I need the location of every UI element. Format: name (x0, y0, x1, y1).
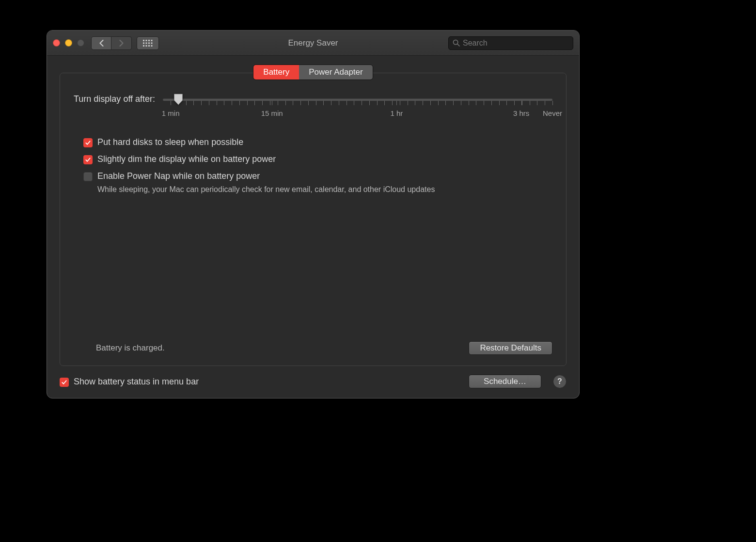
nav-buttons (91, 36, 132, 50)
tab-battery[interactable]: Battery (253, 65, 299, 80)
svg-line-13 (457, 44, 459, 46)
tick-label-15min: 15 min (261, 109, 283, 117)
svg-rect-7 (151, 42, 153, 44)
power-nap-row: Enable Power Nap while on battery power (83, 171, 552, 181)
show-battery-status-label: Show battery status in menu bar (74, 377, 199, 387)
close-window-button[interactable] (53, 39, 60, 47)
dim-display-label: Slightly dim the display while on batter… (97, 154, 276, 164)
dim-display-checkbox[interactable] (83, 155, 93, 164)
svg-rect-2 (148, 40, 150, 41)
tab-bar: Battery Power Adapter (60, 64, 567, 80)
search-field-wrap[interactable] (448, 36, 573, 50)
hard-disks-sleep-checkbox[interactable] (83, 138, 93, 147)
help-button[interactable]: ? (553, 375, 567, 388)
svg-rect-8 (143, 45, 144, 47)
svg-rect-6 (148, 42, 150, 44)
schedule-button[interactable]: Schedule… (469, 375, 541, 388)
slider-knob[interactable] (174, 94, 183, 105)
power-nap-description: While sleeping, your Mac can periodicall… (97, 185, 552, 194)
power-nap-label: Enable Power Nap while on battery power (97, 171, 260, 181)
minimize-window-button[interactable] (65, 39, 72, 47)
power-nap-checkbox[interactable] (83, 172, 93, 181)
search-input[interactable] (463, 39, 569, 48)
svg-rect-1 (146, 40, 147, 41)
hard-disks-sleep-label: Put hard disks to sleep when possible (97, 137, 243, 147)
checkmark-icon (85, 157, 91, 163)
show-battery-status-checkbox[interactable] (60, 378, 69, 387)
svg-rect-9 (146, 45, 147, 47)
forward-button (111, 36, 132, 50)
tick-label-never: Never (543, 109, 562, 117)
tick-label-3hrs: 3 hrs (513, 109, 529, 117)
panel-footer: Battery is charged. Restore Defaults (74, 336, 552, 355)
svg-rect-11 (151, 45, 153, 47)
chevron-left-icon (99, 40, 104, 47)
battery-status-text: Battery is charged. (96, 343, 165, 353)
tab-power-adapter[interactable]: Power Adapter (299, 65, 373, 80)
slider-ticks (163, 101, 552, 106)
restore-defaults-button[interactable]: Restore Defaults (469, 341, 552, 355)
grid-icon (143, 40, 153, 47)
titlebar: Energy Saver (47, 31, 579, 56)
bottom-row: Show battery status in menu bar Schedule… (60, 375, 567, 388)
show-all-button[interactable] (137, 36, 159, 50)
hard-disks-sleep-row: Put hard disks to sleep when possible (83, 137, 552, 147)
display-off-slider[interactable]: 1 min 15 min 1 hr 3 hrs Never (163, 96, 552, 120)
settings-panel: Turn display off after: 1 min 15 min 1 h… (60, 73, 567, 366)
svg-rect-3 (151, 40, 153, 41)
tick-label-1min: 1 min (162, 109, 180, 117)
dim-display-row: Slightly dim the display while on batter… (83, 154, 552, 164)
window-controls (53, 39, 84, 47)
tick-label-1hr: 1 hr (391, 109, 403, 117)
back-button[interactable] (91, 36, 111, 50)
display-off-label: Turn display off after: (74, 94, 155, 104)
svg-rect-10 (148, 45, 150, 47)
checkmark-icon (85, 140, 91, 146)
zoom-window-button (77, 39, 84, 47)
content-area: Battery Power Adapter Turn display off a… (47, 56, 579, 398)
preferences-window: Energy Saver Battery Power Adapter Turn … (47, 30, 580, 399)
chevron-right-icon (119, 40, 124, 47)
checkmark-icon (61, 379, 67, 385)
search-icon (453, 39, 460, 47)
svg-rect-0 (143, 40, 144, 41)
display-off-slider-row: Turn display off after: 1 min 15 min 1 h… (74, 96, 552, 120)
svg-rect-5 (146, 42, 147, 44)
svg-rect-4 (143, 42, 144, 44)
